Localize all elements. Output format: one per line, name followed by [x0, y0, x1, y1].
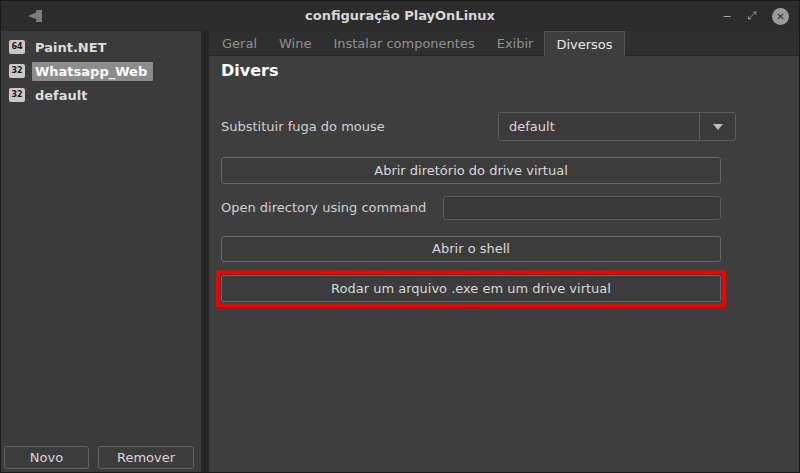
prefix-sidebar: 64 Paint.NET 32 Whatsapp_Web 32 default …	[1, 31, 201, 472]
chevron-down-icon	[713, 124, 723, 130]
minimize-icon[interactable]: ‒	[723, 1, 731, 31]
config-main-area: Geral Wine Instalar componentes Exibir D…	[209, 31, 799, 472]
sidebar-item-label: Paint.NET	[32, 38, 112, 57]
dropdown-arrow-button[interactable]	[699, 113, 735, 140]
arch-32-icon: 32	[9, 64, 25, 78]
tab-instalar-componentes[interactable]: Instalar componentes	[322, 31, 485, 55]
sidebar-item-default[interactable]: 32 default	[1, 83, 201, 107]
sidebar-item-whatsapp-web[interactable]: 32 Whatsapp_Web	[1, 59, 201, 83]
mouse-capture-dropdown[interactable]: default	[498, 112, 736, 141]
close-icon[interactable]: ✕	[772, 8, 789, 25]
tab-wine[interactable]: Wine	[268, 31, 322, 55]
playonlinux-config-window: configuração PlayOnLinux ‒ ⤢ ✕ 64 Paint.…	[0, 0, 800, 473]
page-title: Divers	[221, 61, 278, 80]
remove-button[interactable]: Remover	[98, 446, 194, 469]
tab-exibir[interactable]: Exibir	[486, 31, 545, 55]
open-shell-button[interactable]: Abrir o shell	[221, 236, 721, 262]
titlebar[interactable]: configuração PlayOnLinux ‒ ⤢ ✕	[1, 1, 799, 31]
arch-32-icon: 32	[9, 88, 25, 102]
mouse-capture-value: default	[499, 113, 699, 140]
maximize-icon[interactable]: ⤢	[747, 1, 756, 31]
arch-64-icon: 64	[9, 40, 25, 54]
open-virtual-drive-dir-button[interactable]: Abrir diretório do drive virtual	[221, 157, 721, 184]
prefix-list: 64 Paint.NET 32 Whatsapp_Web 32 default	[1, 35, 201, 107]
new-button[interactable]: Novo	[4, 446, 89, 469]
tab-geral[interactable]: Geral	[211, 31, 268, 55]
sidebar-item-paintnet[interactable]: 64 Paint.NET	[1, 35, 201, 59]
sidebar-divider	[201, 31, 209, 472]
tab-diversos[interactable]: Diversos	[544, 31, 624, 56]
open-dir-command-label: Open directory using command	[221, 196, 426, 220]
run-exe-button[interactable]: Rodar um arquivo .exe em um drive virtua…	[221, 275, 721, 302]
open-dir-command-input[interactable]	[443, 196, 721, 220]
mouse-capture-label: Substituir fuga do mouse	[221, 112, 385, 141]
window-controls: ‒ ⤢ ✕	[723, 1, 789, 31]
window-title: configuração PlayOnLinux	[1, 1, 799, 31]
sidebar-item-label: Whatsapp_Web	[32, 62, 153, 81]
highlight-box: Rodar um arquivo .exe em um drive virtua…	[216, 270, 726, 307]
tab-bar: Geral Wine Instalar componentes Exibir D…	[209, 31, 799, 56]
sidebar-item-label: default	[32, 86, 93, 105]
